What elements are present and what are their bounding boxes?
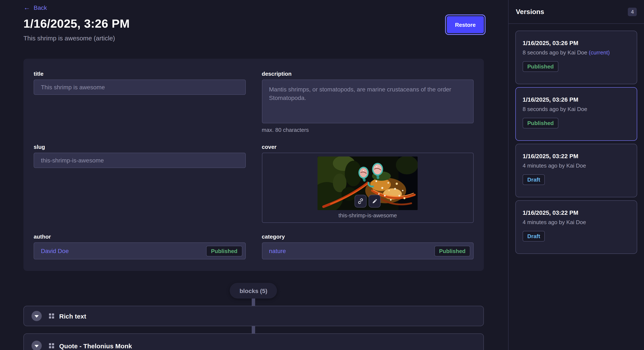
version-card-selected[interactable]: 1/16/2025, 03:26 PM 8 seconds ago by Kai… [515, 87, 637, 141]
block-row-rich-text[interactable]: Rich text [24, 306, 484, 326]
title-label: title [34, 71, 246, 77]
cover-actions [355, 195, 381, 207]
version-meta: 8 seconds ago by Kai Doe [522, 106, 630, 112]
author-relation-box: David Doe Published [34, 242, 246, 259]
version-status-badge: Published [522, 61, 558, 72]
cover-caption: this-shrimp-is-awesome [262, 212, 473, 219]
restore-button[interactable]: Restore [447, 16, 484, 33]
category-relation-box: nature Published [262, 242, 474, 259]
cover-edit-button[interactable] [369, 195, 381, 207]
version-list: 1/16/2025, 03:26 PM 8 seconds ago by Kai… [508, 24, 644, 261]
version-card[interactable]: 1/16/2025, 03:26 PM 8 seconds ago by Kai… [515, 31, 637, 84]
link-icon [358, 198, 364, 204]
cover-link-button[interactable] [355, 195, 367, 207]
versions-sidebar: Versions 4 1/16/2025, 03:26 PM 8 seconds… [508, 0, 644, 350]
field-cover: cover [262, 144, 474, 223]
version-meta-text: 4 minutes ago by Kai Doe [522, 219, 586, 225]
field-title: title This shrimp is awesome [34, 71, 246, 134]
version-current-tag: (current) [589, 49, 610, 56]
content-panel: title This shrimp is awesome description… [24, 59, 484, 271]
block-label: Quote - Thelonius Monk [59, 342, 132, 349]
version-meta-text: 4 minutes ago by Kai Doe [522, 163, 586, 169]
description-textarea: Mantis shrimps, or stomatopods, are mari… [262, 80, 474, 123]
blocks-connector [252, 326, 255, 334]
back-label: Back [34, 4, 47, 11]
description-hint: max. 80 characters [262, 127, 474, 133]
version-status-badge: Draft [522, 174, 545, 185]
author-status-badge: Published [206, 246, 242, 256]
component-grid-icon [49, 343, 54, 348]
version-card[interactable]: 1/16/2025, 03:22 PM 4 minutes ago by Kai… [515, 200, 637, 254]
version-meta: 4 minutes ago by Kai Doe [522, 219, 630, 225]
title-input: This shrimp is awesome [34, 80, 246, 95]
page-subtitle: This shrimp is awesome (article) [24, 34, 115, 42]
description-label: description [262, 71, 474, 77]
page-title: 1/16/2025, 3:26 PM [24, 17, 130, 31]
version-meta-text: 8 seconds ago by Kai Doe [522, 106, 587, 112]
category-link[interactable]: nature [269, 247, 286, 254]
field-slug: slug this-shrimp-is-awesome [34, 144, 246, 223]
version-date: 1/16/2025, 03:22 PM [522, 209, 630, 216]
category-label: category [262, 233, 474, 240]
back-link[interactable]: ← Back [24, 4, 47, 11]
version-status-badge: Draft [522, 231, 545, 242]
version-badge-row: Published [522, 61, 630, 72]
field-description: description Mantis shrimps, or stomatopo… [262, 71, 474, 134]
blocks-connector [252, 299, 255, 306]
collapse-toggle-button[interactable] [32, 341, 42, 350]
component-grid-icon [49, 313, 54, 319]
main-content: ← Back 1/16/2025, 3:26 PM This shrimp is… [0, 0, 508, 350]
block-row-quote[interactable]: Quote - Thelonius Monk [24, 334, 484, 350]
version-meta: 4 minutes ago by Kai Doe [522, 163, 630, 169]
version-badge-row: Published [522, 118, 630, 128]
version-meta: 8 seconds ago by Kai Doe (current) [522, 49, 630, 56]
versions-header: Versions 4 [508, 0, 644, 24]
slug-label: slug [34, 144, 246, 150]
versions-count-badge: 4 [628, 7, 637, 16]
author-label: author [34, 233, 246, 240]
version-badge-row: Draft [522, 231, 630, 242]
version-meta-text: 8 seconds ago by Kai Doe [522, 49, 587, 56]
version-badge-row: Draft [522, 174, 630, 185]
field-author: author David Doe Published [34, 233, 246, 260]
cover-box: this-shrimp-is-awesome [262, 153, 474, 223]
collapse-toggle-button[interactable] [32, 311, 42, 321]
author-link[interactable]: David Doe [41, 247, 69, 254]
field-category: category nature Published [262, 233, 474, 260]
version-date: 1/16/2025, 03:22 PM [522, 153, 630, 160]
version-date: 1/16/2025, 03:26 PM [522, 39, 630, 46]
blocks-pill: blocks (5) [230, 283, 277, 299]
category-status-badge: Published [434, 246, 470, 256]
slug-input: this-shrimp-is-awesome [34, 153, 246, 168]
chevron-down-icon [34, 315, 39, 318]
version-date: 1/16/2025, 03:26 PM [522, 96, 630, 103]
chevron-down-icon [34, 345, 39, 347]
versions-title: Versions [516, 8, 544, 15]
pencil-icon [372, 198, 378, 204]
block-label: Rich text [59, 312, 86, 320]
history-page: ← Back 1/16/2025, 3:26 PM This shrimp is… [0, 0, 644, 350]
back-arrow-icon: ← [24, 4, 30, 11]
cover-label: cover [262, 144, 474, 150]
version-card[interactable]: 1/16/2025, 03:22 PM 4 minutes ago by Kai… [515, 144, 637, 197]
version-status-badge: Published [522, 118, 558, 128]
